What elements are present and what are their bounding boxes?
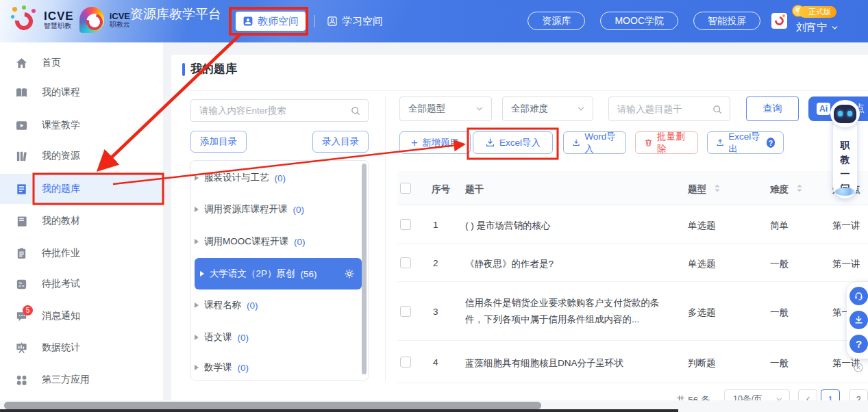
excel-export-label: Excel导出	[728, 131, 762, 155]
sidebar-item-pending-exams[interactable]: 待批考试	[0, 270, 163, 298]
nav-student-label: 学习空间	[342, 15, 383, 28]
download-center-button[interactable]	[850, 311, 868, 329]
sidebar-label: 数据统计	[42, 342, 80, 354]
tree-node-college-chinese-selected[interactable]: 大学语文（2P）原创 (56)	[195, 258, 362, 289]
caret-right-icon	[195, 302, 199, 308]
tree-label: 语文课	[204, 331, 232, 344]
tree-node-mooc-course[interactable]: 调用MOOC课程开课 (0)	[195, 231, 358, 252]
col-difficulty[interactable]: 难度	[770, 183, 789, 196]
pill-mooc-academy[interactable]: MOOC学院	[600, 12, 678, 30]
search-icon[interactable]	[350, 105, 361, 116]
cell-index: 4	[433, 357, 438, 368]
table-row[interactable]: 2 《静夜思》的作者是? 单选题 一般 第一讲	[397, 244, 868, 282]
table-row[interactable]: 3 信用条件是销货企业要求赊购客户支付货款的条件，下列各项中属于信用条件组成内容…	[397, 282, 868, 341]
catalog-search-input[interactable]	[199, 101, 343, 120]
query-button[interactable]: 查询	[746, 96, 799, 121]
stem-search-input[interactable]	[617, 98, 706, 120]
row-checkbox[interactable]	[400, 357, 411, 368]
sidebar-item-my-resources[interactable]: 我的资源	[0, 142, 163, 170]
cell-knowledge: 第一讲	[832, 258, 860, 270]
close-icon[interactable]	[853, 362, 864, 373]
sidebar-item-notifications[interactable]: 5 消息通知	[0, 302, 163, 331]
row-checkbox[interactable]	[400, 219, 411, 230]
assistant-widget[interactable]: 职 教 一 问	[833, 115, 857, 198]
table-row[interactable]: 1 ( ) 是市场营销的核心 单选题 简单 第一讲	[397, 205, 868, 244]
batch-delete-button[interactable]: 批量删除	[635, 131, 698, 154]
add-catalog-button[interactable]: 添加目录	[190, 131, 247, 153]
apps-icon	[15, 374, 28, 387]
word-import-button[interactable]: Word导入	[563, 131, 626, 154]
sidebar-item-data-statistics[interactable]: 数据统计	[0, 333, 163, 362]
cell-index: 1	[433, 220, 438, 230]
cell-difficulty: 一般	[770, 357, 789, 370]
brand2-sub: 职教云	[110, 21, 130, 29]
tree-label: 数学课	[204, 361, 232, 374]
resources-icon	[15, 150, 28, 163]
home-icon	[15, 57, 28, 70]
pill-smart-casting[interactable]: 智能投屏	[693, 12, 760, 30]
col-type[interactable]: 题型	[688, 183, 706, 196]
nav-student-space[interactable]: 学习空间	[327, 12, 383, 31]
tree-node-math-class[interactable]: 数学课 (0)	[195, 357, 358, 378]
sidebar-item-home[interactable]: 首页	[0, 49, 163, 77]
help-button[interactable]: ?	[850, 335, 868, 353]
tree-node-course-name[interactable]: 课程名称 (0)	[195, 295, 358, 316]
sidebar-item-pending-homework[interactable]: 待批作业	[0, 239, 163, 268]
sidebar-item-my-textbooks[interactable]: 我的教材	[0, 207, 163, 235]
sidebar-item-classroom-teaching[interactable]: 课堂教学	[0, 111, 163, 140]
sidebar-item-my-question-bank[interactable]: 我的题库	[0, 174, 163, 204]
tree-count: (0)	[238, 363, 249, 373]
plus-icon	[411, 137, 418, 149]
difficulty-select[interactable]: 全部难度	[502, 96, 593, 121]
sidebar-label: 消息通知	[42, 310, 80, 322]
trash-icon	[644, 138, 653, 148]
username: 刘宵宁	[796, 21, 827, 34]
cell-difficulty: 一般	[770, 307, 789, 319]
download-icon	[485, 138, 495, 148]
sidebar-label: 第三方应用	[42, 374, 90, 386]
sort-icon[interactable]	[714, 183, 721, 194]
sidebar-item-my-courses[interactable]: 我的课程	[0, 78, 163, 107]
tree-node-fashion-design[interactable]: 服装设计与工艺 (0)	[195, 168, 358, 188]
row-checkbox[interactable]	[400, 257, 411, 268]
gear-icon[interactable]	[344, 268, 355, 279]
tree-node-resource-course[interactable]: 调用资源库课程开课 (0)	[195, 199, 358, 220]
excel-export-button[interactable]: Excel导出 ?	[707, 131, 784, 154]
pill-resource-library[interactable]: 资源库	[528, 12, 585, 30]
sidebar-label: 首页	[42, 57, 61, 69]
window-bottom-edge	[0, 409, 678, 412]
app-launcher-icon[interactable]	[771, 13, 787, 29]
sort-icon[interactable]	[796, 183, 803, 194]
entry-catalog-button[interactable]: 录入目录	[312, 131, 369, 153]
brand2-name: iCVE	[110, 12, 130, 21]
sidebar-item-third-party-apps[interactable]: 第三方应用	[0, 365, 163, 394]
question-type-select[interactable]: 全部题型	[399, 96, 492, 121]
assistant-robot-icon[interactable]	[830, 100, 860, 127]
chevron-down-icon	[475, 104, 484, 114]
cell-type: 多选题	[688, 307, 716, 319]
tree-node-chinese-class[interactable]: 语文课 (0)	[195, 327, 358, 348]
nav-teacher-label: 教师空间	[258, 15, 299, 28]
sidebar-label: 我的题库	[42, 183, 80, 195]
table-row[interactable]: 4 蓝藻细胞具有细胞核且DNA分子呈环状 判断题 一般 第一讲	[397, 341, 868, 383]
nav-teacher-space[interactable]: 教师空间	[236, 12, 306, 31]
help-icon[interactable]: ?	[767, 138, 775, 148]
search-icon[interactable]	[712, 104, 723, 115]
assistant-char: 职	[833, 140, 857, 152]
tree-scrollbar[interactable]	[362, 164, 367, 374]
customer-service-button[interactable]	[850, 287, 868, 305]
horizontal-scrollbar-thumb[interactable]	[4, 402, 541, 409]
row-checkbox[interactable]	[400, 306, 411, 317]
cell-difficulty: 简单	[770, 220, 789, 232]
add-question-button[interactable]: 新增题目	[399, 131, 471, 154]
tree-count: (0)	[238, 333, 249, 343]
caret-right-icon	[195, 365, 199, 370]
assistant-char: 教	[833, 154, 857, 166]
select-all-checkbox[interactable]	[400, 183, 411, 194]
question-type-value: 全部题型	[408, 103, 445, 115]
cell-index: 2	[433, 258, 438, 268]
excel-import-button[interactable]: Excel导入	[473, 131, 553, 154]
user-menu[interactable]: 刘宵宁	[796, 21, 839, 34]
app-root: ICVE 智慧职教 iCVE 职教云 资源库教学平台 教师空间 学习空间 资源库…	[0, 0, 868, 412]
chevron-down-icon	[576, 104, 586, 114]
